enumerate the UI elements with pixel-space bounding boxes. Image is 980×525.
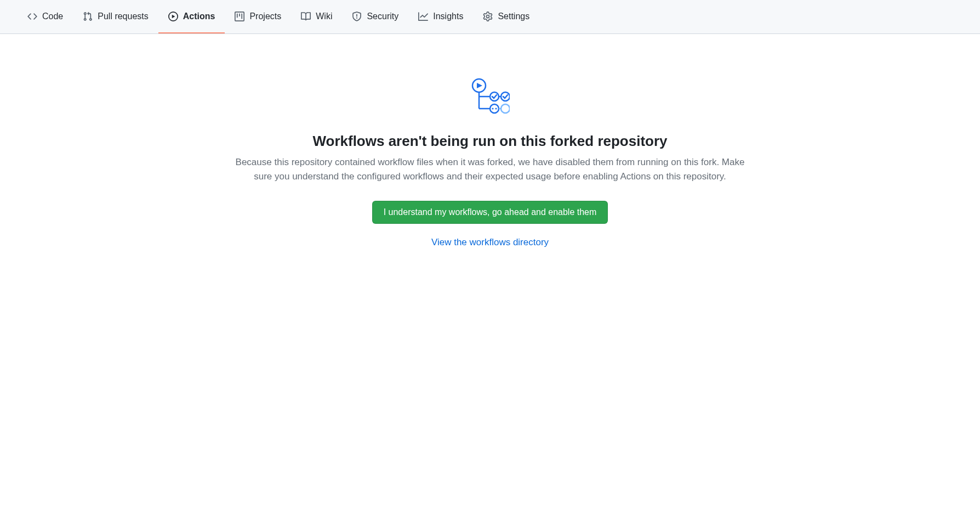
blankslate-heading: Workflows aren't being run on this forke… [312,133,667,150]
tab-pull-requests[interactable]: Pull requests [73,0,158,33]
tab-projects-label: Projects [249,12,281,21]
blankslate-description: Because this repository contained workfl… [235,155,745,184]
project-icon [235,12,244,21]
git-pull-request-icon [83,12,93,21]
tab-actions[interactable]: Actions [158,0,225,33]
tab-code[interactable]: Code [18,0,73,33]
tab-wiki[interactable]: Wiki [291,0,342,33]
tab-insights-label: Insights [433,12,463,21]
svg-point-11 [501,104,510,113]
tab-settings-label: Settings [498,12,529,21]
svg-point-9 [495,108,497,110]
tab-security-label: Security [367,12,398,21]
tab-wiki-label: Wiki [316,12,332,21]
graph-icon [418,12,428,21]
tab-projects[interactable]: Projects [225,0,291,33]
book-icon [301,12,311,21]
code-icon [27,12,37,21]
tab-insights[interactable]: Insights [408,0,473,33]
svg-point-7 [490,104,499,113]
tab-pull-requests-label: Pull requests [98,12,149,21]
tab-actions-label: Actions [183,12,215,21]
view-workflows-link[interactable]: View the workflows directory [431,237,549,248]
gear-icon [483,12,493,21]
tab-security[interactable]: Security [342,0,408,33]
repo-tab-nav: Code Pull requests Actions Projects Wiki… [0,0,980,34]
tab-settings[interactable]: Settings [473,0,539,33]
svg-point-8 [492,108,494,110]
enable-workflows-button[interactable]: I understand my workflows, go ahead and … [372,201,608,224]
blankslate: Workflows aren't being run on this forke… [221,34,759,248]
workflow-illustration-icon [470,78,510,120]
tab-code-label: Code [42,12,63,21]
shield-icon [352,12,362,21]
play-circle-icon [168,12,178,21]
